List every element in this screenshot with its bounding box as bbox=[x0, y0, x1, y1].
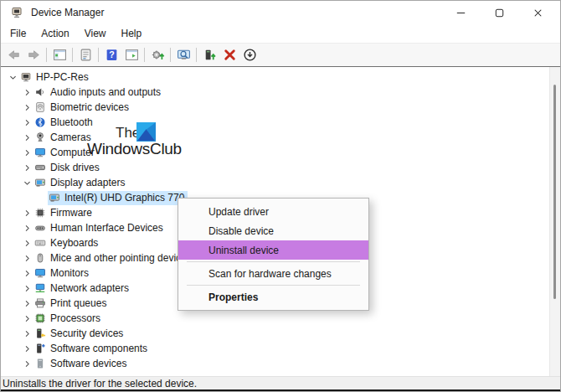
close-button[interactable] bbox=[518, 1, 557, 24]
context-menu-item-properties[interactable]: Properties bbox=[178, 287, 368, 307]
maximize-button[interactable] bbox=[480, 1, 518, 24]
chevron-right-icon[interactable] bbox=[20, 312, 33, 325]
tree-item-cameras[interactable]: Cameras bbox=[1, 130, 549, 145]
help-icon: ? bbox=[105, 48, 119, 62]
tree-item-security-devices[interactable]: Security devices bbox=[1, 326, 549, 341]
tree-item-processors[interactable]: Processors bbox=[1, 311, 549, 326]
tree-item-label: Disk drives bbox=[50, 161, 100, 175]
tree-item-disk-drives[interactable]: Disk drives bbox=[1, 160, 549, 175]
minimize-icon bbox=[455, 7, 467, 19]
console-tree-icon bbox=[53, 48, 67, 62]
chevron-right-icon[interactable] bbox=[20, 266, 33, 280]
toolbar-separator bbox=[46, 48, 47, 62]
toolbar-separator bbox=[170, 48, 171, 62]
chevron-right-icon[interactable] bbox=[20, 206, 33, 219]
vertical-scrollbar[interactable] bbox=[549, 67, 560, 376]
chevron-right-icon[interactable] bbox=[20, 342, 33, 355]
tree-item-label: Mice and other pointing devices bbox=[50, 251, 192, 266]
tree-item-label: Network adapters bbox=[50, 281, 129, 296]
context-menu-separator bbox=[187, 285, 360, 286]
back-button[interactable] bbox=[3, 45, 23, 64]
tree-item-audio-inputs-and-outputs[interactable]: Audio inputs and outputs bbox=[1, 85, 549, 100]
bluetooth-icon bbox=[34, 116, 46, 128]
uninstall-icon bbox=[223, 48, 237, 62]
tree-item-label: Firmware bbox=[50, 206, 92, 220]
tree-item-software-components[interactable]: Software components bbox=[1, 341, 549, 356]
menu-help[interactable]: Help bbox=[115, 26, 149, 41]
tree-item-label: Human Interface Devices bbox=[50, 221, 163, 235]
chevron-right-icon[interactable] bbox=[20, 146, 33, 159]
tree-item-label: Keyboards bbox=[50, 236, 98, 250]
title-bar: Device Manager bbox=[1, 1, 560, 24]
help-button[interactable]: ? bbox=[101, 45, 121, 64]
chevron-spacer bbox=[34, 191, 48, 204]
tree-item-label: Cameras bbox=[50, 131, 91, 145]
chevron-right-icon[interactable] bbox=[20, 236, 33, 250]
chevron-right-icon[interactable] bbox=[20, 357, 33, 370]
properties-button[interactable] bbox=[75, 45, 95, 64]
display-adapter-icon bbox=[34, 177, 46, 188]
monitor-icon bbox=[34, 147, 46, 158]
context-menu-item-update-driver[interactable]: Update driver bbox=[178, 202, 368, 221]
svg-text:?: ? bbox=[109, 49, 114, 59]
chevron-right-icon[interactable] bbox=[20, 131, 33, 144]
tree-item-hp-pc-res[interactable]: HP-PC-Res bbox=[1, 70, 549, 85]
chevron-right-icon[interactable] bbox=[20, 251, 33, 265]
toolbar-separator bbox=[72, 48, 73, 62]
chevron-right-icon[interactable] bbox=[20, 281, 33, 295]
scan-for-hardware-changes-button[interactable] bbox=[173, 45, 193, 64]
minimize-button[interactable] bbox=[441, 1, 480, 24]
disable-icon bbox=[243, 48, 257, 62]
tree-item-biometric-devices[interactable]: Biometric devices bbox=[1, 100, 549, 115]
scrollbar-thumb[interactable] bbox=[553, 85, 556, 299]
update-device-driver-button[interactable] bbox=[199, 45, 219, 64]
chevron-right-icon[interactable] bbox=[20, 221, 33, 235]
chevron-down-icon[interactable] bbox=[20, 176, 33, 189]
device-manager-icon bbox=[10, 6, 23, 19]
back-icon bbox=[7, 48, 21, 62]
tree-item-label: Audio inputs and outputs bbox=[50, 85, 161, 100]
menu-file[interactable]: File bbox=[3, 26, 33, 41]
tree-item-label: Display adapters bbox=[50, 176, 125, 190]
disable-device-button[interactable] bbox=[239, 45, 260, 64]
tree-item-display-adapters[interactable]: Display adapters bbox=[1, 175, 549, 190]
tree-item-software-devices[interactable]: Software devices bbox=[1, 356, 549, 371]
printer-icon bbox=[34, 297, 46, 309]
chevron-right-icon[interactable] bbox=[20, 297, 33, 310]
tree-item-bluetooth[interactable]: Bluetooth bbox=[1, 115, 549, 130]
chevron-right-icon[interactable] bbox=[20, 116, 33, 129]
menu-bar: FileActionViewHelp bbox=[1, 24, 560, 43]
chevron-down-icon[interactable] bbox=[6, 70, 19, 84]
uninstall-device-button[interactable] bbox=[219, 45, 239, 64]
forward-button[interactable] bbox=[23, 45, 44, 64]
show-hide-action-pane-button[interactable] bbox=[121, 45, 142, 64]
menu-action[interactable]: Action bbox=[34, 26, 75, 41]
menu-view[interactable]: View bbox=[78, 26, 113, 41]
context-menu-item-disable-device[interactable]: Disable device bbox=[178, 221, 368, 240]
computer-icon bbox=[20, 71, 32, 83]
keyboard-icon bbox=[34, 237, 46, 249]
chevron-right-icon[interactable] bbox=[20, 161, 33, 174]
processor-icon bbox=[34, 312, 46, 324]
toolbar-separator bbox=[144, 48, 145, 62]
chevron-right-icon[interactable] bbox=[20, 85, 33, 99]
action-pane-icon bbox=[125, 48, 139, 62]
show-hide-console-tree-button[interactable] bbox=[49, 45, 69, 64]
tree-item-computer[interactable]: Computer bbox=[1, 145, 549, 160]
caption-buttons bbox=[441, 1, 557, 24]
chevron-right-icon[interactable] bbox=[20, 327, 33, 340]
window-title: Device Manager bbox=[31, 7, 441, 18]
toolbar: ? bbox=[1, 43, 560, 67]
context-menu-item-uninstall-device[interactable]: Uninstall device bbox=[178, 240, 368, 260]
context-menu-item-scan-for-hardware-changes[interactable]: Scan for hardware changes bbox=[178, 264, 368, 283]
tree-item-label: Intel(R) UHD Graphics 770 bbox=[64, 191, 184, 205]
maximize-icon bbox=[493, 7, 506, 19]
security-icon bbox=[34, 328, 46, 339]
update-driver-software-button[interactable] bbox=[147, 45, 167, 64]
context-menu: Update driverDisable deviceUninstall dev… bbox=[178, 198, 369, 311]
display-adapter-icon bbox=[49, 192, 60, 204]
tree-item-label: Computer bbox=[50, 146, 95, 160]
chevron-right-icon[interactable] bbox=[20, 101, 33, 114]
network-icon bbox=[34, 282, 46, 294]
tree-item-label: Security devices bbox=[50, 327, 123, 341]
